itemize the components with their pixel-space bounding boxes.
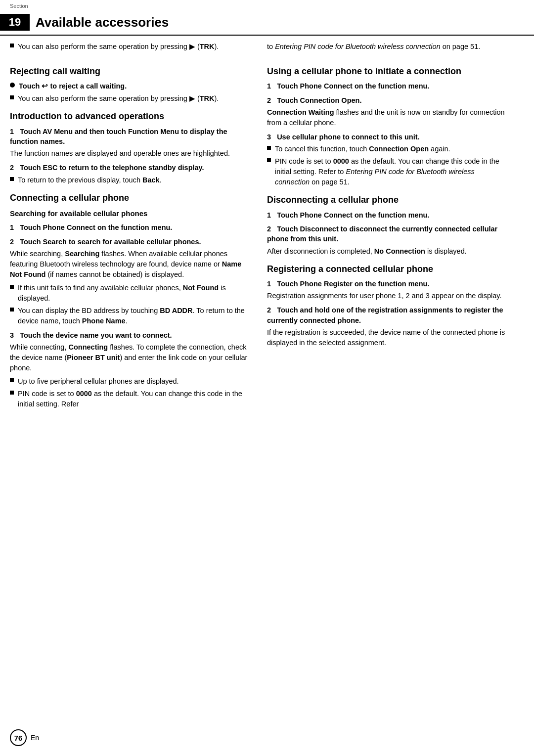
registering-step1-text: 1 Touch Phone Register on the function m…: [267, 280, 429, 288]
searching-heading: Searching for available cellular phones: [10, 209, 252, 219]
connecting-step3-bullet2-text: PIN code is set to 0000 as the default. …: [18, 389, 252, 409]
connecting-step2: 2 Touch Search to search for available c…: [10, 237, 252, 247]
square-bullet-icon7: [267, 146, 271, 150]
rejecting-bullet1-text: You can also perform the same operation …: [18, 93, 219, 104]
top-left-bullet: You can also perform the same operation …: [10, 42, 252, 52]
intro-advanced-heading: Introduction to advanced operations: [10, 111, 252, 122]
square-bullet-icon5: [10, 378, 14, 382]
disconnecting-heading: Disconnecting a cellular phone: [267, 194, 509, 206]
language-label: En: [31, 734, 39, 742]
using-step3: 3 Use cellular phone to connect to this …: [267, 132, 509, 142]
top-left-bullet-text: You can also perform the same operation …: [18, 42, 219, 52]
square-bullet-icon6: [10, 391, 14, 395]
connecting-bullet2-text: You can display the BD address by touchi…: [18, 306, 252, 326]
using-step2: 2 Touch Connection Open.: [267, 95, 509, 105]
rejecting-step1: Touch ↩ to reject a call waiting.: [10, 81, 252, 91]
connecting-step1-text: 1 Touch Phone Connect on the function me…: [10, 223, 172, 231]
connecting-step3-bullet1: Up to five peripheral cellular phones ar…: [10, 376, 252, 387]
two-col-layout: Rejecting call waiting Touch ↩ to reject…: [0, 59, 534, 411]
connecting-step3: 3 Touch the device name you want to conn…: [10, 330, 252, 340]
connecting-step2-body: While searching, Searching flashes. When…: [10, 249, 252, 280]
connecting-step1: 1 Touch Phone Connect on the function me…: [10, 222, 252, 232]
intro-step1-body: The function names are displayed and ope…: [10, 148, 252, 159]
using-step3-bullet2-text: PIN code is set to 0000 as the default. …: [275, 156, 509, 187]
section-header: 19 Available accessories: [0, 10, 534, 36]
rejecting-heading: Rejecting call waiting: [10, 66, 252, 77]
rejecting-step1-text: Touch ↩ to reject a call waiting.: [19, 81, 127, 91]
page-footer: 76 En: [10, 729, 39, 746]
using-heading: Using a cellular phone to initiate a con…: [267, 66, 509, 77]
square-bullet-icon4: [10, 308, 14, 311]
using-step2-text: 2 Touch Connection Open.: [267, 96, 361, 104]
intro-step2-bullet: To return to the previous display, touch…: [10, 175, 252, 185]
intro-step1-text: 1 Touch AV Menu and then touch Function …: [10, 128, 227, 145]
col-left: Rejecting call waiting Touch ↩ to reject…: [10, 59, 252, 411]
using-step3-bullet1-text: To cancel this function, touch Connectio…: [275, 144, 450, 154]
section-number: 19: [0, 14, 30, 31]
registering-step2: 2 Touch and hold one of the registration…: [267, 305, 509, 325]
square-bullet-icon: [10, 95, 14, 99]
rejecting-bullet1: You can also perform the same operation …: [10, 93, 252, 104]
square-bullet-icon2: [10, 177, 14, 181]
disconnecting-step1-text: 1 Touch Phone Connect on the function me…: [267, 211, 429, 219]
intro-step2-bullet-text: To return to the previous display, touch…: [18, 175, 162, 185]
using-step2-body: Connection Waiting flashes and the unit …: [267, 107, 509, 128]
connecting-heading: Connecting a cellular phone: [10, 192, 252, 204]
top-section: You can also perform the same operation …: [0, 36, 534, 59]
using-step1-text: 1 Touch Phone Connect on the function me…: [267, 82, 429, 90]
section-title: Available accessories: [36, 15, 169, 30]
intro-step1: 1 Touch AV Menu and then touch Function …: [10, 127, 252, 147]
connecting-step3-bullet2: PIN code is set to 0000 as the default. …: [10, 389, 252, 409]
disconnecting-step1: 1 Touch Phone Connect on the function me…: [267, 210, 509, 220]
using-step3-text: 3 Use cellular phone to connect to this …: [267, 133, 420, 141]
connecting-bullet2: You can display the BD address by touchi…: [10, 306, 252, 326]
circle-bullet-icon: [10, 83, 15, 88]
disconnecting-step2-body: After disconnection is completed, No Con…: [267, 246, 509, 257]
bullet-icon: [10, 44, 14, 47]
section-label: Section: [10, 3, 28, 9]
square-bullet-icon8: [267, 158, 271, 162]
square-bullet-icon3: [10, 285, 14, 289]
col-right: Using a cellular phone to initiate a con…: [267, 59, 509, 411]
top-left: You can also perform the same operation …: [10, 42, 252, 55]
page-wrapper: Section 19 Available accessories You can…: [0, 0, 534, 756]
using-step3-bullet1: To cancel this function, touch Connectio…: [267, 144, 509, 154]
connecting-step3-text: 3 Touch the device name you want to conn…: [10, 331, 172, 339]
registering-step2-text: 2 Touch and hold one of the registration…: [267, 306, 503, 324]
registering-step1-body: Registration assignments for user phone …: [267, 291, 509, 301]
using-step1: 1 Touch Phone Connect on the function me…: [267, 81, 509, 91]
disconnecting-step2-text: 2 Touch Disconnect to disconnect the cur…: [267, 225, 497, 243]
connecting-step3-body: While connecting, Connecting flashes. To…: [10, 342, 252, 373]
top-right: to Entering PIN code for Bluetooth wirel…: [267, 42, 509, 55]
registering-step1: 1 Touch Phone Register on the function m…: [267, 279, 509, 289]
connecting-bullet1: If this unit fails to find any available…: [10, 283, 252, 304]
top-right-text: to Entering PIN code for Bluetooth wirel…: [267, 42, 509, 52]
using-step3-bullet2: PIN code is set to 0000 as the default. …: [267, 156, 509, 187]
intro-step2-text: 2 Touch ESC to return to the telephone s…: [10, 164, 204, 172]
connecting-step3-bullet1-text: Up to five peripheral cellular phones ar…: [18, 376, 179, 387]
page-number: 76: [10, 729, 27, 746]
section-header-wrapper: Section 19 Available accessories: [0, 0, 534, 36]
connecting-step2-text: 2 Touch Search to search for available c…: [10, 238, 201, 246]
connecting-bullet1-text: If this unit fails to find any available…: [18, 283, 252, 304]
registering-heading: Registering a connected cellular phone: [267, 264, 509, 275]
intro-step2: 2 Touch ESC to return to the telephone s…: [10, 163, 252, 173]
registering-step2-body: If the registration is succeeded, the de…: [267, 327, 509, 348]
disconnecting-step2: 2 Touch Disconnect to disconnect the cur…: [267, 224, 509, 244]
